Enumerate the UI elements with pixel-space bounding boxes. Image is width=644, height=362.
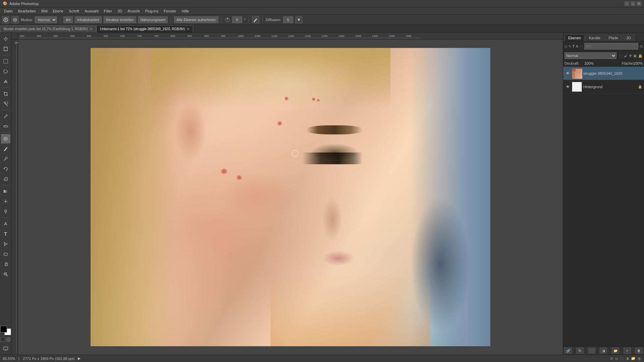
gradient-tool[interactable] xyxy=(1,187,10,196)
tab-muster-close[interactable]: ✕ xyxy=(90,27,93,31)
fg-bg-colors[interactable] xyxy=(0,326,11,337)
history-brush-tool[interactable] xyxy=(1,164,10,174)
path-selection-tool[interactable] xyxy=(1,239,10,249)
menu-item-auswahl[interactable]: Auswahl xyxy=(82,8,101,14)
menu-item-bild[interactable]: Bild xyxy=(39,8,50,14)
layer-item-struggle[interactable]: 👁 xyxy=(563,67,644,80)
pen-tool[interactable] xyxy=(1,219,10,229)
eyedropper-tool[interactable] xyxy=(1,112,10,121)
type-tool[interactable]: T xyxy=(1,229,10,239)
status-arrow[interactable]: ▶ xyxy=(78,356,80,361)
lasso-tool[interactable] xyxy=(1,67,10,76)
blend-mode-select[interactable]: Normal Auflösen Abdunkeln Multiplizieren xyxy=(565,52,616,59)
menu-item-schrift[interactable]: Schrift xyxy=(66,8,82,14)
filter-kind-icon[interactable]: ◻ xyxy=(565,45,567,48)
quick-mask-icon[interactable] xyxy=(6,337,11,342)
brush-tool-icon[interactable] xyxy=(252,16,259,23)
filter-toggle[interactable]: ⊙ xyxy=(640,44,643,49)
layer-fx-button[interactable]: fx xyxy=(576,348,584,354)
struktur-button[interactable]: Struktur erstellen xyxy=(104,16,136,23)
menu-item-ebene[interactable]: Ebene xyxy=(50,8,66,14)
lock-all-icon[interactable]: 🔒 xyxy=(638,54,643,58)
close-button[interactable]: ✕ xyxy=(637,1,641,6)
screen-mode-tool[interactable] xyxy=(1,344,10,353)
panel-tab-ebenen[interactable]: Ebenen xyxy=(565,34,585,41)
eraser-tool[interactable] xyxy=(1,174,10,184)
fill-value[interactable]: 100% xyxy=(633,61,643,65)
bottom-icon-3[interactable]: ⬚ xyxy=(620,356,624,361)
lock-position-icon[interactable]: ✥ xyxy=(629,54,632,58)
filter-adjust-icon[interactable]: ✎ xyxy=(569,45,571,48)
menu-item-bearbeiten[interactable]: Bearbeiten xyxy=(15,8,39,14)
crop-tool[interactable] xyxy=(1,89,10,99)
menu-item-filter[interactable]: Filter xyxy=(101,8,115,14)
layer-visibility-hintergrund[interactable]: 👁 xyxy=(565,84,571,89)
menu-item-hilfe[interactable]: Hilfe xyxy=(179,8,192,14)
shape-tool[interactable] xyxy=(1,249,10,259)
quick-mask-toggle[interactable] xyxy=(1,337,11,342)
alle-ebenen-button[interactable]: Alle Ebenen aufnehmen xyxy=(174,16,218,23)
bottom-icon-1[interactable]: ⊞ xyxy=(610,356,613,361)
layer-mask-button[interactable]: ⬚ xyxy=(588,348,595,354)
quick-select-tool[interactable] xyxy=(1,77,10,86)
artboard-tool[interactable] xyxy=(1,44,10,54)
layer-new-button[interactable]: + xyxy=(624,348,631,354)
foreground-color-swatch[interactable] xyxy=(0,326,7,333)
layer-adjustment-button[interactable]: ◑ xyxy=(600,348,607,354)
menu-item-fenster[interactable]: Fenster xyxy=(161,8,179,14)
layer-group-button[interactable]: 📁 xyxy=(612,348,619,354)
naherungswert-button[interactable]: Näherungswert xyxy=(138,16,168,23)
dodge-tool[interactable] xyxy=(1,207,10,216)
zoom-tool[interactable] xyxy=(1,269,10,279)
normal-mode-icon[interactable] xyxy=(1,337,5,342)
filter-shape-icon[interactable]: A xyxy=(576,45,578,48)
blur-tool[interactable] xyxy=(1,197,10,206)
tool-icon-heal[interactable] xyxy=(2,16,9,23)
filter-type-icon[interactable]: T xyxy=(573,45,575,48)
hand-tool[interactable] xyxy=(1,259,10,269)
inhaltsbasiert-button[interactable]: Inhaltsbasiert xyxy=(75,16,101,23)
canvas-area[interactable]: 200400 450500 550600 650700 750800 85090… xyxy=(11,33,563,355)
bottom-icon-2[interactable]: fx xyxy=(615,357,618,361)
panel-tab-pfade[interactable]: Pfade xyxy=(605,34,622,41)
maximize-button[interactable]: □ xyxy=(631,1,635,6)
canvas-container[interactable] xyxy=(18,40,563,355)
slice-tool[interactable] xyxy=(1,99,10,109)
opacity-value[interactable]: 100% xyxy=(584,61,596,65)
bottom-icon-5[interactable]: 📁 xyxy=(631,356,636,361)
marquee-tool[interactable] xyxy=(1,57,10,66)
clone-stamp-tool[interactable] xyxy=(1,154,10,164)
panel-tab-kanale[interactable]: Kanäle xyxy=(585,34,604,41)
lock-transparent-icon[interactable]: ⬚ xyxy=(619,54,623,58)
bottom-icon-6[interactable]: 🗑 xyxy=(638,357,641,361)
tab-unbenannt[interactable]: Unbenannt-1 bei 72% (struggle-3805349_19… xyxy=(96,25,193,33)
ruler-tool[interactable] xyxy=(1,122,10,131)
art-button[interactable]: Art xyxy=(63,16,73,23)
menu-item-plug-ins[interactable]: Plug-ins xyxy=(142,8,161,14)
diffusion-input[interactable] xyxy=(283,16,293,23)
filter-smart-icon[interactable]: ⋯ xyxy=(580,45,583,48)
minimize-button[interactable]: − xyxy=(625,1,629,6)
brush-tool[interactable] xyxy=(1,144,10,154)
move-tool[interactable] xyxy=(1,34,10,44)
layer-filter-input[interactable] xyxy=(584,43,638,50)
healing-brush-tool[interactable] xyxy=(1,134,10,143)
diffusion-dropdown-icon[interactable]: ▼ xyxy=(295,16,303,23)
tab-unbenannt-close[interactable]: ✕ xyxy=(187,27,190,31)
brush-options-icon[interactable] xyxy=(11,16,19,23)
title-bar-controls[interactable]: − □ ✕ xyxy=(625,1,641,6)
layer-visibility-struggle[interactable]: 👁 xyxy=(565,71,571,76)
layer-link-button[interactable]: 🔗 xyxy=(565,348,572,354)
lock-brush-icon[interactable]: 🖌 xyxy=(624,54,628,58)
layer-list[interactable]: 👁 xyxy=(563,67,644,346)
tab-muster[interactable]: Muster erstellen.psdc bei 15,7% (Farbfül… xyxy=(0,25,96,33)
bottom-icon-4[interactable]: ◑ xyxy=(626,356,629,361)
menu-item-datei[interactable]: Datei xyxy=(1,8,15,14)
menu-item-ansicht[interactable]: Ansicht xyxy=(125,8,142,14)
layer-item-hintergrund[interactable]: 👁 Hintergrund 🔒 xyxy=(563,80,644,94)
menu-item-3d[interactable]: 3D xyxy=(115,8,125,14)
layer-delete-button[interactable]: 🗑 xyxy=(635,348,643,354)
lock-artboard-icon[interactable]: ▣ xyxy=(633,54,637,58)
photo-canvas[interactable] xyxy=(91,48,490,346)
color-swatches[interactable] xyxy=(0,326,11,343)
